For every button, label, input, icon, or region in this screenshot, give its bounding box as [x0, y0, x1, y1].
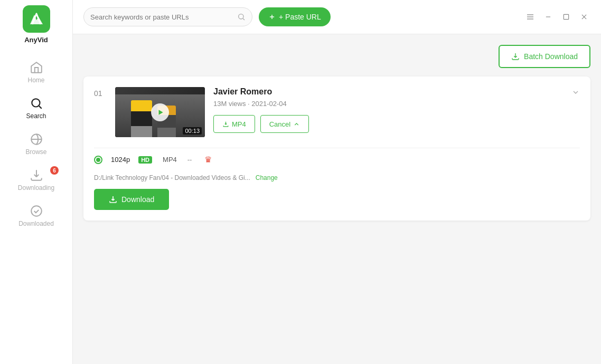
- resolution-label: 1024p: [111, 156, 130, 164]
- plus-icon: [268, 13, 276, 21]
- sidebar-item-home-label: Home: [27, 76, 44, 84]
- maximize-icon: [562, 13, 570, 21]
- downloading-badge: 6: [50, 166, 59, 175]
- close-button[interactable]: [578, 11, 590, 23]
- browse-icon: [30, 132, 43, 146]
- downloading-icon: [30, 168, 43, 182]
- window-controls: [524, 11, 590, 23]
- cancel-button[interactable]: Cancel: [260, 115, 309, 133]
- paste-url-button[interactable]: + Paste URL: [259, 7, 331, 26]
- video-stats: 13M views · 2021-02-04: [213, 100, 580, 108]
- downloaded-check-icon: [30, 204, 43, 218]
- topbar: + Paste URL: [73, 0, 601, 34]
- logo-area: AnyVid: [23, 5, 50, 44]
- sidebar-item-search[interactable]: Search: [0, 90, 72, 126]
- search-magnify-icon: [237, 13, 246, 21]
- format-size: --: [187, 156, 192, 164]
- svg-line-1: [39, 106, 41, 109]
- change-path-link[interactable]: Change: [256, 174, 278, 181]
- minimize-icon: [544, 13, 552, 21]
- home-icon: [30, 61, 43, 74]
- batch-download-button[interactable]: Batch Download: [499, 45, 590, 68]
- sidebar-item-browse-label: Browse: [25, 148, 46, 156]
- video-thumbnail[interactable]: 00:13: [115, 87, 205, 137]
- hd-badge: HD: [138, 156, 152, 164]
- svg-point-3: [31, 206, 42, 216]
- minimize-button[interactable]: [542, 11, 555, 23]
- sidebar: AnyVid Home Search Browse 6 Downloading: [0, 0, 73, 364]
- play-icon: [157, 109, 164, 116]
- download-icon: [109, 195, 117, 204]
- search-icon: [30, 97, 43, 110]
- batch-download-icon: [511, 52, 520, 61]
- svg-line-5: [243, 18, 245, 20]
- sidebar-item-home[interactable]: Home: [0, 54, 72, 90]
- mp4-button[interactable]: MP4: [213, 115, 255, 133]
- thumb-person1: [131, 100, 152, 137]
- svg-marker-15: [159, 110, 163, 114]
- video-header: 01 00:13: [94, 87, 580, 137]
- svg-point-4: [239, 14, 243, 19]
- maximize-button[interactable]: [560, 11, 572, 23]
- video-title: Javier Romero: [213, 87, 272, 97]
- svg-rect-12: [564, 14, 568, 19]
- sidebar-item-downloading[interactable]: 6 Downloading: [0, 162, 72, 198]
- app-name: AnyVid: [24, 36, 48, 44]
- search-box[interactable]: [83, 7, 252, 26]
- close-icon: [580, 13, 588, 21]
- radio-inner: [96, 158, 100, 162]
- video-index: 01: [94, 87, 107, 98]
- menu-button[interactable]: [524, 11, 537, 23]
- sidebar-item-downloading-label: Downloading: [18, 184, 54, 191]
- video-duration: 00:13: [183, 127, 202, 135]
- format-row: 1024p HD MP4 -- ♛: [94, 148, 580, 171]
- video-meta: Javier Romero 13M views · 2021-02-04 MP4…: [213, 87, 580, 133]
- svg-point-0: [32, 99, 40, 107]
- format-type: MP4: [163, 156, 177, 164]
- download-button[interactable]: Download: [94, 189, 169, 210]
- video-card: 01 00:13: [83, 76, 590, 221]
- batch-download-area: Batch Download: [83, 45, 590, 68]
- resolution-radio[interactable]: [94, 156, 102, 164]
- search-input[interactable]: [90, 13, 237, 21]
- chevron-down-icon[interactable]: [571, 88, 580, 99]
- video-actions: MP4 Cancel: [213, 115, 580, 133]
- sidebar-item-downloaded[interactable]: Downloaded: [0, 198, 72, 234]
- menu-icon: [526, 13, 534, 21]
- download-small-icon: [222, 121, 229, 128]
- path-row: D:/Link Technology Fan/04 - Downloaded V…: [94, 171, 580, 189]
- sidebar-item-browse[interactable]: Browse: [0, 126, 72, 162]
- play-button[interactable]: [151, 103, 169, 121]
- content-area: Batch Download 01: [73, 34, 601, 364]
- search-icon-wrap: [237, 13, 246, 21]
- sidebar-item-search-label: Search: [26, 112, 46, 120]
- main-content: + Paste URL: [73, 0, 601, 364]
- crown-icon: ♛: [204, 155, 212, 165]
- download-path: D:/Link Technology Fan/04 - Downloaded V…: [94, 174, 250, 181]
- chevron-up-icon: [293, 121, 300, 128]
- app-logo: [23, 5, 50, 33]
- sidebar-item-downloaded-label: Downloaded: [18, 220, 54, 227]
